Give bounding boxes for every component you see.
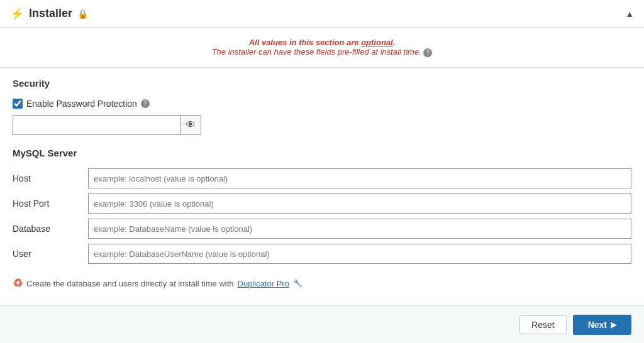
notice-line1: All values in this section are optional. [13, 38, 631, 47]
next-button[interactable]: Next ▶ [573, 315, 631, 335]
header: ⚡ Installer 🔒 ▲ [0, 0, 644, 28]
password-help-icon[interactable]: ? [141, 99, 150, 108]
mysql-field-row-3: User [13, 241, 631, 266]
enable-password-checkbox[interactable] [13, 99, 23, 109]
mysql-field-cell-1 [88, 191, 631, 216]
enable-password-row: Enable Password Protection ? [13, 99, 631, 109]
mysql-section-title: MySQL Server [13, 148, 631, 158]
mysql-form-table: Host Host Port Database User [13, 166, 631, 266]
mysql-input-user[interactable] [88, 244, 631, 264]
mysql-field-label-1: Host Port [13, 191, 88, 216]
mysql-input-host[interactable] [88, 168, 631, 188]
cp-logo-icon: ♻ [13, 276, 23, 290]
next-label: Next [588, 320, 607, 330]
mysql-field-cell-2 [88, 216, 631, 241]
mysql-field-label-3: User [13, 241, 88, 266]
security-section-title: Security [13, 78, 631, 91]
eye-icon: 👁 [186, 119, 196, 131]
mysql-input-host-port[interactable] [88, 193, 631, 214]
lock-icon: 🔒 [77, 9, 88, 19]
mysql-field-label-2: Database [13, 216, 88, 241]
password-field-row: 👁 [13, 115, 201, 135]
section-notice: All values in this section are optional.… [13, 38, 631, 57]
mysql-field-row-1: Host Port [13, 191, 631, 216]
section-divider [0, 67, 644, 68]
mysql-field-row-0: Host [13, 166, 631, 191]
notice-line2: The installer can have these fields pre-… [13, 47, 631, 57]
pro-notice: ♻ Create the database and users directly… [13, 276, 631, 290]
bolt-icon: ⚡ [10, 7, 24, 21]
mysql-field-row-2: Database [13, 216, 631, 241]
duplicator-pro-link[interactable]: Duplicator Pro [238, 279, 289, 288]
footer: Reset Next ▶ [0, 305, 644, 343]
mysql-field-cell-3 [88, 241, 631, 266]
pro-notice-text-prefix: Create the database and users directly a… [26, 279, 234, 288]
enable-password-label[interactable]: Enable Password Protection [26, 99, 137, 109]
mysql-field-label-0: Host [13, 166, 88, 191]
main-content: All values in this section are optional.… [0, 28, 644, 305]
password-input[interactable] [13, 115, 180, 135]
reset-button[interactable]: Reset [519, 315, 567, 334]
mysql-input-database[interactable] [88, 219, 631, 239]
toggle-password-button[interactable]: 👁 [180, 115, 201, 135]
mysql-field-cell-0 [88, 166, 631, 191]
notice-help-icon[interactable]: ? [423, 48, 432, 57]
collapse-button[interactable]: ▲ [625, 9, 634, 19]
app-window: ⚡ Installer 🔒 ▲ All values in this secti… [0, 0, 644, 343]
next-arrow-icon: ▶ [611, 320, 616, 329]
header-left: ⚡ Installer 🔒 [10, 7, 88, 21]
app-title: Installer [29, 7, 72, 20]
mysql-section: MySQL Server Host Host Port Database Use… [13, 148, 631, 266]
pro-help-icon[interactable]: 🔧 [293, 279, 303, 288]
